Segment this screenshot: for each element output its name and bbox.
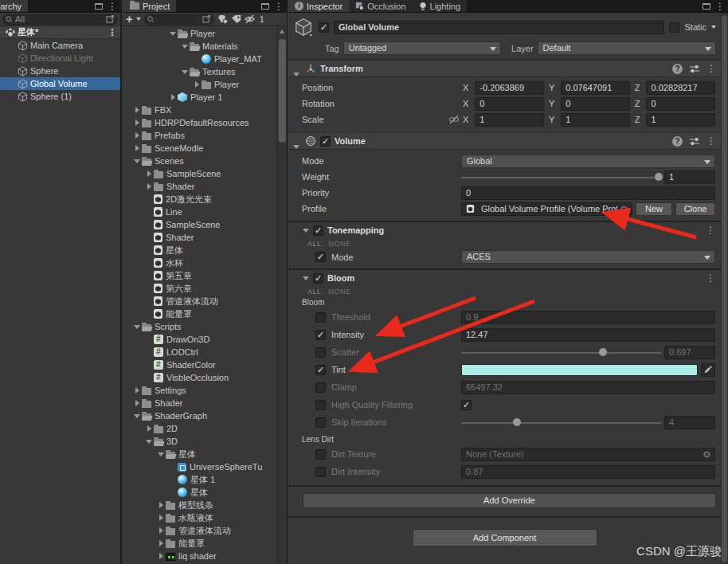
project-tree-item[interactable]: 星体 (123, 448, 276, 460)
dirt-intensity-field[interactable]: 0.87 (461, 465, 715, 479)
expand-arrow-icon[interactable] (169, 92, 178, 102)
eyedropper-button[interactable] (701, 363, 715, 377)
popout-search-icon[interactable] (202, 15, 211, 23)
weight-field[interactable]: 1 (664, 170, 715, 184)
expand-arrow-icon[interactable] (145, 245, 154, 255)
project-tree-item[interactable]: 星体 1 (123, 473, 276, 486)
project-tree-item[interactable]: Materials (123, 40, 276, 53)
expand-arrow-icon[interactable] (133, 398, 142, 408)
tonemapping-mode-dropdown[interactable]: ACES (461, 250, 715, 264)
component-menu-icon[interactable]: ⋮ (706, 65, 716, 72)
expand-arrow-icon[interactable] (133, 143, 142, 153)
none-button[interactable]: NONE (329, 288, 351, 296)
window-menu-icon[interactable]: ⋮ (715, 2, 725, 10)
project-tree-item[interactable]: 第五章 (123, 269, 276, 282)
expand-arrow-icon[interactable] (157, 500, 166, 510)
window-maximize-icon[interactable] (261, 3, 269, 10)
foldout-arrow-icon[interactable] (303, 229, 309, 233)
project-tree-item[interactable]: VisbleOcclusion (123, 371, 276, 384)
project-tree-item[interactable]: ShaderColor (123, 358, 276, 371)
component-menu-icon[interactable]: ⋮ (706, 137, 716, 145)
intensity-field[interactable]: 12.47 (461, 328, 715, 342)
all-button[interactable]: ALL (307, 288, 322, 296)
project-tree-item[interactable]: 水瓶液体 (123, 511, 276, 524)
project-tree-item[interactable]: LODCtrl (123, 346, 276, 358)
project-tree-item[interactable]: 水杯 (123, 257, 276, 269)
expand-arrow-icon[interactable] (133, 156, 142, 166)
rotation-x-field[interactable]: 0 (475, 97, 544, 111)
tab-hierarchy[interactable]: Hierarchy (0, 0, 28, 12)
scale-y-field[interactable]: 1 (561, 113, 630, 127)
tab-project[interactable]: Project (123, 0, 176, 12)
tab-occlusion[interactable]: Occlusion (349, 0, 412, 12)
gameobject-name-field[interactable]: Global Volume (334, 21, 664, 34)
project-tree-item[interactable]: Prefabs (123, 129, 276, 142)
hqf-value-checkbox[interactable] (461, 400, 472, 410)
expand-arrow-icon[interactable] (145, 258, 154, 268)
intensity-checkbox[interactable] (315, 330, 326, 340)
tonemapping-enabled-checkbox[interactable] (313, 225, 323, 236)
project-tree-item[interactable]: Player 1 (123, 91, 276, 104)
foldout-arrow-icon[interactable] (303, 276, 309, 280)
static-caret-icon[interactable] (711, 25, 716, 29)
override-menu-icon[interactable]: ⋮ (706, 226, 715, 234)
active-checkbox[interactable] (319, 22, 329, 33)
none-button[interactable]: NONE (329, 240, 351, 248)
expand-arrow-icon[interactable] (145, 296, 154, 306)
presets-icon[interactable] (689, 136, 700, 146)
position-z-field[interactable]: 0.02828217 (646, 81, 715, 95)
add-override-button[interactable]: Add Override (303, 493, 716, 508)
volume-enabled-checkbox[interactable] (320, 136, 331, 147)
filter-by-label-icon[interactable] (231, 14, 241, 24)
hidden-objects-icon[interactable] (245, 14, 256, 24)
clone-button[interactable]: Clone (675, 202, 715, 216)
tonemapping-mode-checkbox[interactable] (315, 252, 326, 262)
project-tree-item[interactable]: Player (123, 78, 276, 91)
scrollbar-thumb[interactable] (279, 39, 286, 143)
expand-arrow-icon[interactable] (145, 233, 154, 242)
hierarchy-item[interactable]: Directional Light (0, 52, 120, 65)
project-tree-item[interactable]: SampleScene (123, 167, 276, 180)
expand-arrow-icon[interactable] (133, 105, 142, 115)
gameobject-icon[interactable] (293, 17, 314, 37)
position-x-field[interactable]: -0.2063869 (475, 81, 544, 95)
project-tree-item[interactable]: FBX (123, 104, 276, 116)
expand-arrow-icon[interactable] (133, 118, 142, 127)
project-tree-item[interactable]: Scripts (123, 320, 276, 333)
window-menu-icon[interactable]: ⋮ (274, 2, 284, 10)
skip-checkbox[interactable] (315, 417, 326, 428)
expand-arrow-icon[interactable] (133, 411, 142, 421)
expand-arrow-icon[interactable] (181, 67, 190, 76)
rotation-y-field[interactable]: 0 (561, 97, 630, 111)
expand-arrow-icon[interactable] (133, 386, 142, 395)
override-menu-icon[interactable]: ⋮ (706, 274, 715, 282)
skip-field[interactable]: 4 (664, 416, 715, 429)
expand-arrow-icon[interactable] (193, 54, 202, 64)
new-button[interactable]: New (636, 202, 672, 216)
bloom-header[interactable]: Bloom ⋮ (288, 270, 721, 286)
dirt-texture-checkbox[interactable] (315, 449, 326, 460)
scale-x-field[interactable]: 1 (475, 113, 544, 127)
object-picker-icon[interactable]: ⊙ (703, 448, 710, 460)
expand-arrow-icon[interactable] (145, 424, 154, 433)
clamp-checkbox[interactable] (315, 382, 326, 393)
project-tree-item[interactable]: 能量罩 (123, 537, 276, 550)
position-y-field[interactable]: 0.07647091 (561, 81, 630, 95)
expand-arrow-icon[interactable] (133, 322, 142, 331)
mode-dropdown[interactable]: Global (461, 155, 715, 168)
project-tree-item[interactable]: 能量罩 (123, 307, 276, 320)
dirt-texture-object-field[interactable]: None (Texture) ⊙ (461, 448, 715, 461)
scale-z-field[interactable]: 1 (646, 113, 715, 127)
expand-arrow-icon[interactable] (133, 131, 142, 140)
project-tree-item[interactable]: Shader (123, 231, 276, 244)
window-menu-icon[interactable]: ⋮ (108, 2, 117, 10)
tint-checkbox[interactable] (315, 365, 326, 375)
expand-arrow-icon[interactable] (145, 194, 154, 204)
scene-menu-icon[interactable]: ⋮ (108, 29, 117, 37)
profile-object-field[interactable]: Global Volume Profile (Volume Prof ⊙ (461, 202, 632, 216)
window-maximize-icon[interactable] (703, 3, 710, 10)
weight-slider[interactable] (461, 170, 661, 184)
scrollbar-thumb[interactable] (722, 15, 727, 562)
expand-arrow-icon[interactable] (145, 347, 154, 357)
popout-search-icon[interactable] (106, 15, 115, 23)
